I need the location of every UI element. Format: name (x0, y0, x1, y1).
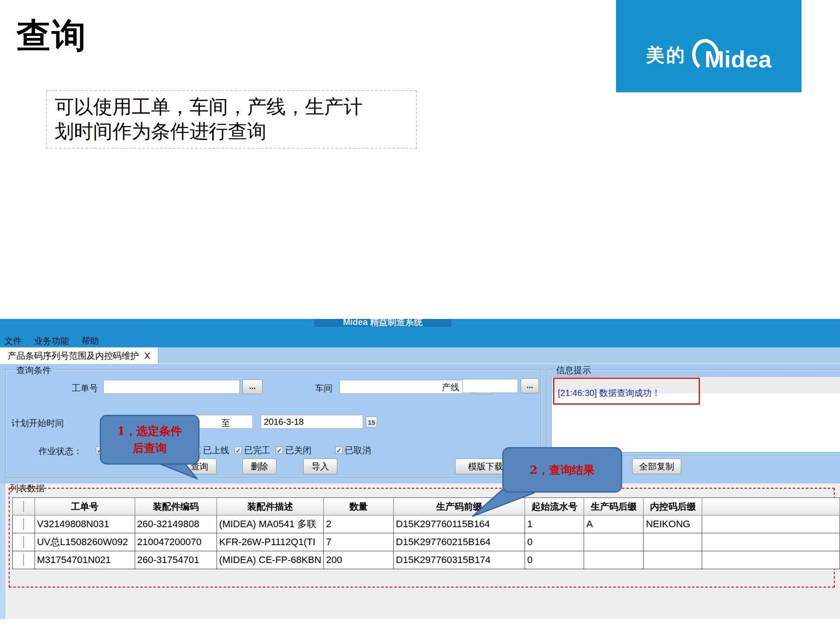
cell-prod-code-suffix (584, 533, 644, 551)
description-box: 可以使用工单，车间，产线，生产计 划时间作为条件进行查询 (46, 90, 417, 149)
cell-work-order: UV总L1508260W092 (35, 533, 135, 551)
window-left-border (0, 483, 7, 619)
calendar-icon[interactable]: 15 (366, 416, 377, 428)
callout-1: 1，选定条件 后查询 (100, 415, 200, 465)
row-checkbox[interactable] (23, 536, 24, 548)
work-order-input[interactable] (103, 380, 240, 394)
menu-item-file[interactable]: 文件 (4, 335, 22, 347)
plan-end-input[interactable]: 2016-3-18 (261, 415, 363, 429)
checkbox-checked-icon[interactable]: ✓ (335, 447, 343, 454)
plan-start-label: 计划开始时间 (11, 417, 64, 429)
menu-bar: 文件 业务功能 帮助 (0, 334, 840, 347)
line-input[interactable] (462, 379, 518, 393)
col-assembly-code[interactable]: 装配件编码 (135, 498, 217, 515)
table-row[interactable]: M31754701N021 260-31754701 (MIDEA) CE-FP… (13, 551, 840, 569)
cell-internal-code-suffix (644, 551, 702, 569)
work-order-browse-button[interactable]: ... (242, 379, 262, 394)
cell-assembly-desc: (MIDEA) MA0541 多联 (217, 515, 323, 533)
description-line-1: 可以使用工单，车间，产线，生产计 (55, 94, 408, 119)
work-order-label: 工单号 (72, 382, 98, 394)
delete-button[interactable]: 删除 (242, 458, 276, 474)
checkbox-checked-icon[interactable]: ✓ (234, 447, 242, 454)
tab-content: 查询条件 工单号 ... 车间 ... 产线 计划开始时间 201 至 2016 (0, 364, 840, 619)
tab-strip: 产品条码序列号范围及内控码维护 X (0, 347, 840, 364)
cell-work-order: M31754701N021 (35, 551, 135, 569)
tab-close-icon[interactable]: X (144, 351, 150, 361)
page-title: 查询 (17, 13, 87, 59)
cell-quantity: 7 (324, 533, 394, 551)
cell-start-serial: 0 (525, 533, 584, 551)
cell-work-order: V32149808N031 (35, 515, 135, 533)
cell-prod-code-prefix: D15K297760315B174 (393, 551, 525, 569)
info-group: 信息提示 [21:46:30] 数据查询成功！ (547, 369, 840, 457)
info-message-list[interactable]: [21:46:30] 数据查询成功！ (551, 376, 840, 452)
col-assembly-desc[interactable]: 装配件描述 (217, 498, 323, 515)
row-checkbox[interactable] (23, 518, 24, 530)
callout-2-text: 2，查询结果 (504, 462, 621, 479)
date-to-label: 至 (221, 417, 230, 429)
workshop-label: 车间 (315, 382, 332, 394)
status-option-closed[interactable]: ✓ 已关闭 (276, 444, 312, 456)
checkbox-empty-icon[interactable] (23, 501, 24, 512)
callout-1-text-line2: 后查询 (101, 440, 198, 457)
checkbox-checked-icon[interactable]: ✓ (276, 447, 283, 454)
cell-internal-code-suffix (644, 533, 702, 551)
table-row[interactable]: UV总L1508260W092 210047200070 KFR-26W-P11… (13, 533, 840, 551)
callout-2: 2，查询结果 (502, 447, 622, 493)
cell-quantity: 200 (324, 551, 394, 569)
cell-prod-code-suffix (584, 551, 644, 569)
cell-assembly-desc: KFR-26W-P1112Q1(TI (217, 533, 323, 551)
import-button[interactable]: 导入 (303, 458, 337, 474)
callout-1-text-line1: 1，选定条件 (101, 423, 198, 440)
description-line-2: 划时间作为条件进行查询 (55, 119, 408, 144)
app-window: Midea 精益制造系统 文件 业务功能 帮助 产品条码序列号范围及内控码维护 … (0, 319, 840, 619)
line-label: 产线 (442, 382, 459, 393)
status-option-finished[interactable]: ✓ 已完工 (234, 444, 270, 456)
menu-item-business[interactable]: 业务功能 (34, 335, 69, 347)
col-filler (702, 498, 840, 515)
copy-all-button[interactable]: 全部复制 (632, 458, 681, 474)
col-work-order[interactable]: 工单号 (35, 498, 135, 515)
cell-prod-code-prefix: D15K297760215B164 (393, 533, 525, 551)
table-header-row: 工单号 装配件编码 装配件描述 数量 生产码前缀 起始流水号 生产码后缀 内控码… (13, 498, 840, 515)
midea-logo-chinese: 美的 (646, 43, 686, 67)
app-title-banner-text: Midea 精益制造系统 (343, 319, 423, 327)
cell-assembly-code: 210047200070 (135, 533, 217, 551)
query-group-title: 查询条件 (14, 364, 53, 376)
cell-assembly-code: 260-31754701 (135, 551, 217, 569)
cell-start-serial: 0 (525, 551, 584, 569)
col-quantity[interactable]: 数量 (324, 498, 394, 515)
col-prod-code-suffix[interactable]: 生产码后缀 (584, 498, 644, 515)
cell-assembly-desc: (MIDEA) CE-FP-68KBN (217, 551, 323, 569)
tab-barcode-maintenance[interactable]: 产品条码序列号范围及内控码维护 X (0, 347, 158, 364)
select-all-checkbox[interactable] (13, 498, 35, 515)
status-option-cancelled[interactable]: ✓ 已取消 (335, 444, 371, 456)
line-browse-button[interactable]: ... (521, 378, 539, 393)
list-region: 列表数据 工单号 装配件编码 装配件描述 数量 (0, 483, 840, 619)
menu-item-help[interactable]: 帮助 (81, 335, 99, 347)
info-message: [21:46:30] 数据查询成功！ (558, 387, 661, 399)
info-group-title: 信息提示 (554, 364, 593, 376)
midea-logo: 美的 Midea (616, 0, 802, 92)
cell-prod-code-suffix: A (584, 515, 644, 533)
cell-assembly-code: 260-32149808 (135, 515, 217, 533)
app-titlebar: Midea 精益制造系统 (0, 319, 840, 334)
col-internal-code-suffix[interactable]: 内控码后缀 (644, 498, 702, 515)
app-title-banner: Midea 精益制造系统 (314, 319, 452, 327)
row-checkbox[interactable] (23, 554, 24, 566)
cell-quantity: 2 (324, 515, 394, 533)
status-label: 作业状态： (38, 445, 82, 457)
cell-internal-code-suffix: NEIKONG (644, 515, 702, 533)
result-table: 工单号 装配件编码 装配件描述 数量 生产码前缀 起始流水号 生产码后缀 内控码… (12, 497, 840, 569)
table-row[interactable]: V32149808N031 260-32149808 (MIDEA) MA054… (13, 515, 840, 533)
tab-label: 产品条码序列号范围及内控码维护 (8, 350, 139, 362)
